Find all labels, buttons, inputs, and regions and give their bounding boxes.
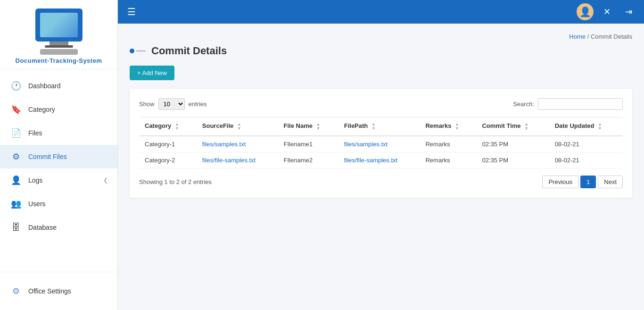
- commit-details-table: Category ▲▼ SourceFile ▲▼ File Name ▲▼: [139, 117, 623, 168]
- breadcrumb-separator: /: [587, 33, 589, 40]
- user-avatar[interactable]: 👤: [577, 3, 594, 20]
- page-header: Commit Details: [130, 45, 632, 57]
- add-new-button[interactable]: + Add New: [130, 66, 174, 80]
- breadcrumb: Home / Commit Details: [130, 33, 632, 40]
- col-date-updated[interactable]: Date Updated ▲▼: [549, 117, 623, 136]
- cell-filepath: files/samples.txt: [339, 136, 420, 152]
- page-1-button[interactable]: 1: [580, 176, 596, 188]
- table-body: Category-1 files/samples.txt FIlename1 f…: [139, 136, 623, 168]
- cell-sourcefile: files/samples.txt: [197, 136, 278, 152]
- header-decoration: [130, 49, 146, 53]
- nav-menu: 🕐 Dashboard 🔖 Category 📄 Files ⚙ Commit …: [0, 69, 117, 272]
- sort-sourcefile: ▲▼: [237, 122, 241, 131]
- menu-toggle-button[interactable]: ☰: [125, 4, 138, 20]
- showing-text: Showing 1 to 2 of 2 entries: [139, 178, 212, 185]
- sort-filename: ▲▼: [316, 122, 321, 131]
- cell-date-updated: 08-02-21: [549, 152, 623, 168]
- sort-remarks: ▲▼: [455, 122, 459, 131]
- col-remarks[interactable]: Remarks ▲▼: [420, 117, 476, 136]
- sort-date-updated: ▲▼: [598, 122, 602, 131]
- table-row: Category-1 files/samples.txt FIlename1 f…: [139, 136, 623, 152]
- next-button[interactable]: Next: [598, 176, 623, 188]
- sidebar-item-office-settings[interactable]: ⚙ Office Settings: [9, 279, 108, 303]
- logout-icon[interactable]: ⇥: [620, 3, 637, 20]
- cell-filepath: files/file-samples.txt: [339, 152, 420, 168]
- cell-category: Category-2: [139, 152, 197, 168]
- cell-filename: FIlename2: [278, 152, 339, 168]
- page-title: Commit Details: [151, 45, 227, 57]
- app-title: Document-Tracking-System: [16, 57, 102, 64]
- logs-chevron: ❮: [103, 177, 108, 184]
- sidebar-item-label: Users: [28, 200, 46, 208]
- cell-remarks: Remarks: [420, 136, 476, 152]
- show-entries-area: Show 10 25 50 100 entries: [139, 98, 207, 110]
- topbar: ☰ 👤 ✕ ⇥: [118, 0, 644, 24]
- database-icon: 🗄: [9, 221, 23, 234]
- users-icon: 👥: [9, 197, 23, 210]
- breadcrumb-home[interactable]: Home: [569, 33, 586, 40]
- pagination-buttons: Previous 1 Next: [542, 176, 623, 188]
- sidebar: Document-Tracking-System 🕐 Dashboard 🔖 C…: [0, 0, 118, 310]
- sidebar-item-label: Category: [28, 106, 55, 113]
- commit-files-icon: ⚙: [9, 150, 23, 163]
- dashboard-icon: 🕐: [9, 79, 23, 92]
- sort-category: ▲▼: [175, 122, 179, 131]
- content-area: Home / Commit Details Commit Details + A…: [118, 24, 644, 310]
- settings-icon[interactable]: ✕: [598, 3, 615, 20]
- search-input[interactable]: [538, 98, 623, 110]
- cell-commit-time: 02:35 PM: [476, 136, 549, 152]
- main-area: ☰ 👤 ✕ ⇥ Home / Commit Details Commit Det…: [118, 0, 644, 310]
- files-icon: 📄: [9, 126, 23, 140]
- col-category[interactable]: Category ▲▼: [139, 117, 197, 136]
- cell-commit-time: 02:35 PM: [476, 152, 549, 168]
- sort-commit-time: ▲▼: [524, 122, 528, 131]
- sidebar-item-label: Dashboard: [28, 82, 61, 90]
- col-sourcefile[interactable]: SourceFile ▲▼: [197, 117, 278, 136]
- cell-date-updated: 08-02-21: [549, 136, 623, 152]
- previous-button[interactable]: Previous: [542, 176, 578, 188]
- sidebar-footer: ⚙ Office Settings: [0, 272, 117, 310]
- sidebar-item-commit-files[interactable]: ⚙ Commit Files: [0, 145, 117, 168]
- sidebar-item-dashboard[interactable]: 🕐 Dashboard: [0, 74, 117, 98]
- sidebar-item-category[interactable]: 🔖 Category: [0, 98, 117, 121]
- sidebar-item-files[interactable]: 📄 Files: [0, 121, 117, 145]
- table-controls: Show 10 25 50 100 entries Search:: [139, 98, 623, 110]
- sidebar-item-logs[interactable]: 👤 Logs ❮: [0, 168, 117, 192]
- search-label: Search:: [513, 101, 534, 108]
- category-icon: 🔖: [9, 103, 23, 116]
- sidebar-item-label: Logs: [28, 176, 42, 184]
- sidebar-item-users[interactable]: 👥 Users: [0, 192, 117, 216]
- logo-area: Document-Tracking-System: [0, 0, 117, 69]
- col-filename[interactable]: File Name ▲▼: [278, 117, 339, 136]
- pagination-area: Showing 1 to 2 of 2 entries Previous 1 N…: [139, 176, 623, 188]
- entries-label: entries: [189, 101, 207, 108]
- office-settings-icon: ⚙: [9, 285, 23, 298]
- cell-remarks: Remarks: [420, 152, 476, 168]
- sidebar-item-label: Office Settings: [28, 287, 71, 295]
- breadcrumb-current: Commit Details: [591, 33, 632, 40]
- logs-icon: 👤: [9, 174, 23, 187]
- sidebar-item-label: Files: [28, 129, 42, 137]
- cell-category: Category-1: [139, 136, 197, 152]
- table-row: Category-2 files/file-samples.txt FIlena…: [139, 152, 623, 168]
- table-header: Category ▲▼ SourceFile ▲▼ File Name ▲▼: [139, 117, 623, 136]
- search-area: Search:: [513, 98, 623, 110]
- cell-filename: FIlename1: [278, 136, 339, 152]
- sidebar-item-database[interactable]: 🗄 Database: [0, 216, 117, 239]
- sidebar-item-label: Commit Files: [28, 153, 67, 160]
- cell-sourcefile: files/file-samples.txt: [197, 152, 278, 168]
- entries-select[interactable]: 10 25 50 100: [158, 98, 185, 110]
- col-filepath[interactable]: FilePath ▲▼: [339, 117, 420, 136]
- sidebar-item-label: Database: [28, 224, 57, 231]
- sort-filepath: ▲▼: [372, 122, 376, 131]
- col-commit-time[interactable]: Commit Time ▲▼: [476, 117, 549, 136]
- table-card: Show 10 25 50 100 entries Search:: [130, 89, 632, 198]
- show-label: Show: [139, 101, 155, 108]
